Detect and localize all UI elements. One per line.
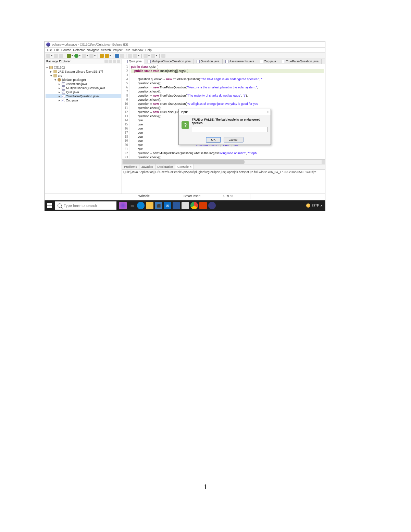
back-icon[interactable] xyxy=(144,54,148,58)
taskbar-app-eclipse[interactable] xyxy=(208,202,216,209)
open-type-icon[interactable] xyxy=(115,54,119,58)
pin-icon[interactable] xyxy=(161,54,165,58)
java-file-icon xyxy=(225,60,228,63)
tab-javadoc[interactable]: Javadoc xyxy=(139,164,155,169)
java-file-icon xyxy=(125,60,128,63)
dialog-input[interactable] xyxy=(192,127,268,132)
editor-tab[interactable]: Zap.java xyxy=(257,59,279,64)
editor-tab[interactable]: Question.java xyxy=(194,59,223,64)
debug-icon[interactable] xyxy=(67,54,71,58)
coverage-icon[interactable] xyxy=(82,54,86,58)
dropdown-icon[interactable] xyxy=(71,55,73,57)
scroll-right-icon[interactable] xyxy=(322,160,325,164)
menu-help[interactable]: Help xyxy=(145,48,152,52)
taskbar-app-notes[interactable] xyxy=(182,202,189,209)
taskbar-app-mail[interactable]: ✉ xyxy=(164,202,171,209)
page-number: 1 xyxy=(204,483,207,491)
dropdown-icon[interactable] xyxy=(138,55,140,57)
tray-chevron-icon[interactable]: ∧ xyxy=(320,204,323,208)
taskbar-app-explorer[interactable] xyxy=(146,202,153,209)
title-bar: eclipse-workspace - CS1102/src/Quiz.java… xyxy=(45,41,325,48)
collapse-all-icon[interactable] xyxy=(109,60,112,63)
next-annotation-icon[interactable] xyxy=(133,54,137,58)
dropdown-icon[interactable] xyxy=(94,55,96,57)
java-file-icon xyxy=(197,60,200,63)
menu-source[interactable]: Source xyxy=(61,48,71,52)
new-icon[interactable] xyxy=(46,54,50,58)
link-with-editor-icon[interactable] xyxy=(104,60,108,63)
menu-project[interactable]: Project xyxy=(113,48,123,52)
file-node[interactable]: MultipleChoiceQuestion.java xyxy=(66,86,105,90)
java-file-icon xyxy=(62,95,65,98)
menu-file[interactable]: File xyxy=(47,48,52,52)
file-node-selected[interactable]: TrueFalseQuestion.java xyxy=(66,95,99,98)
new-package-icon[interactable] xyxy=(100,54,104,58)
dropdown-icon[interactable] xyxy=(148,55,150,57)
taskbar-search[interactable]: Type here to search xyxy=(55,201,116,210)
console-view[interactable]: Quiz [Java Application] C:\Users\UoPeopl… xyxy=(122,170,325,194)
dropdown-icon[interactable] xyxy=(51,55,53,57)
taskbar-app-store[interactable]: ⬛ xyxy=(155,202,162,209)
menu-refactor[interactable]: Refactor xyxy=(73,48,85,52)
start-button[interactable] xyxy=(45,203,55,208)
java-file-icon xyxy=(62,90,65,94)
window-title: eclipse-workspace - CS1102/src/Quiz.java… xyxy=(52,43,128,46)
editor-tab[interactable]: TrueFalseQuestion.java xyxy=(279,59,322,64)
dropdown-icon[interactable] xyxy=(86,55,88,57)
minimize-icon[interactable] xyxy=(117,60,120,63)
weather-icon xyxy=(306,203,310,208)
jre-node[interactable]: JRE System Library [JavaSE-17] xyxy=(58,70,103,73)
search-placeholder: Type here to search xyxy=(64,203,97,208)
file-node[interactable]: Zap.java xyxy=(66,99,78,102)
ext-tools-icon[interactable] xyxy=(89,54,94,58)
editor-tab[interactable]: MultipleChoiceQuestion.java xyxy=(145,59,194,64)
status-bar: Writable Smart Insert 1 : 9 : 8 xyxy=(45,194,325,199)
menu-edit[interactable]: Edit xyxy=(54,48,60,52)
taskbar-app-word[interactable] xyxy=(173,202,180,209)
scroll-thumb[interactable] xyxy=(123,160,245,164)
editor-tab[interactable]: Assessments.java xyxy=(223,59,258,64)
tab-declaration[interactable]: Declaration xyxy=(155,164,176,169)
menu-window[interactable]: Window xyxy=(132,48,143,52)
package-explorer-title: Package Explorer xyxy=(46,60,71,63)
taskbar-app-office[interactable] xyxy=(199,202,207,209)
new-class-icon[interactable] xyxy=(105,54,109,58)
package-explorer: Package Explorer ▾CS1102 ▸JRE System Lib… xyxy=(45,59,122,194)
save-icon[interactable] xyxy=(54,54,58,58)
status-insert: Smart Insert xyxy=(168,194,216,199)
project-node[interactable]: CS1102 xyxy=(54,66,65,69)
cortana-icon[interactable] xyxy=(119,202,127,209)
tab-console[interactable]: Console × xyxy=(175,164,194,169)
menu-navigate[interactable]: Navigate xyxy=(87,48,99,52)
menu-run[interactable]: Run xyxy=(125,48,130,52)
toggle-mark-icon[interactable] xyxy=(128,54,132,58)
dropdown-icon[interactable] xyxy=(155,55,158,57)
project-tree[interactable]: ▾CS1102 ▸JRE System Library [JavaSE-17] … xyxy=(45,64,122,104)
save-all-icon[interactable] xyxy=(59,54,63,58)
weather-temp[interactable]: 87°F xyxy=(312,204,319,208)
cancel-button[interactable]: Cancel xyxy=(224,137,244,143)
file-node[interactable]: Quiz.java xyxy=(66,90,79,94)
horizontal-scrollbar[interactable] xyxy=(122,159,325,164)
src-node[interactable]: src xyxy=(58,74,62,77)
taskbar-app-chrome[interactable] xyxy=(190,202,198,209)
menu-bar: File Edit Source Refactor Navigate Searc… xyxy=(45,48,325,53)
editor-tab[interactable]: Quiz.java xyxy=(122,59,145,64)
dialog-close-icon[interactable]: × xyxy=(267,110,269,114)
menu-search[interactable]: Search xyxy=(101,48,111,52)
taskview-icon[interactable]: ▭ xyxy=(128,202,136,209)
ok-button[interactable]: OK xyxy=(206,137,221,143)
view-menu-icon[interactable] xyxy=(113,60,116,63)
search-icon[interactable] xyxy=(120,54,124,58)
tab-problems[interactable]: Problems xyxy=(122,164,139,169)
file-node[interactable]: Assertions.java xyxy=(66,82,87,86)
input-dialog: Input × ? TRUE or FALSE: The bald eagle … xyxy=(178,109,271,145)
dropdown-icon[interactable] xyxy=(79,55,81,57)
taskbar-app-edge[interactable] xyxy=(137,202,145,209)
bottom-panel-tabs: Problems Javadoc Declaration Console × xyxy=(122,164,325,170)
status-writable: Writable xyxy=(120,194,168,199)
dropdown-icon[interactable] xyxy=(109,55,111,57)
run-icon[interactable] xyxy=(74,54,78,58)
forward-icon[interactable] xyxy=(151,54,155,58)
default-package-node[interactable]: (default package) xyxy=(62,78,86,82)
